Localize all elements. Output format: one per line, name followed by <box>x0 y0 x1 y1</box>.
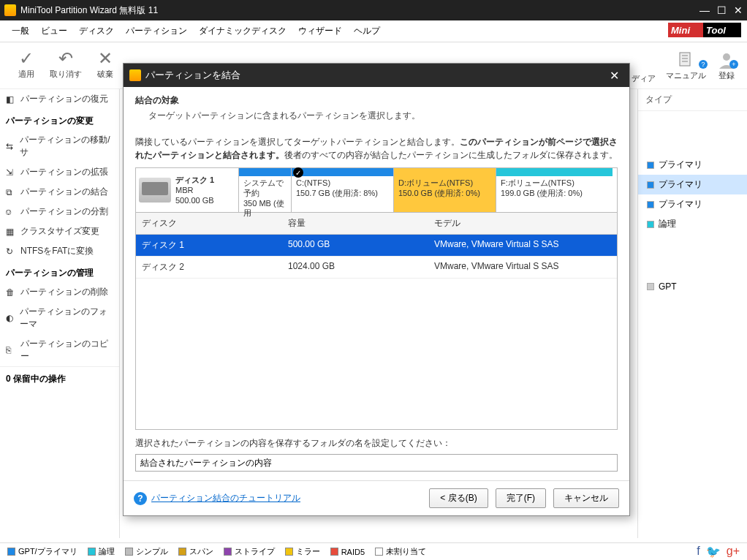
legend-item: GPT/プライマリ <box>7 546 77 557</box>
register-button[interactable]: + 登録 <box>716 50 737 84</box>
dialog-icon <box>129 69 141 81</box>
convert-icon: ↻ <box>6 246 16 257</box>
check-icon: ✓ <box>19 50 34 69</box>
app-title: MiniTool Partition Wizard 無料版 11 <box>20 4 699 17</box>
restore-icon: ◧ <box>6 94 16 105</box>
type-row[interactable]: プライマリ <box>638 175 747 194</box>
dialog-subheading: ターゲットパーティションに含まれるパーティションを選択します。 <box>148 110 618 122</box>
media-button[interactable]: ディア <box>632 50 656 84</box>
finish-button[interactable]: 完了(F) <box>496 488 546 508</box>
partition-cell[interactable]: F:ボリューム(NTFS)199.0 GB (使用済: 0%) <box>496 168 613 212</box>
copy-icon: ⎘ <box>6 345 16 355</box>
type-row[interactable]: プライマリ <box>638 155 747 175</box>
svg-point-8 <box>723 53 730 61</box>
trash-icon: 🗑 <box>6 287 16 298</box>
undo-icon: ↶ <box>58 50 73 69</box>
partition-strip: ディスク 1 MBR 500.00 GB システムで予約350 MB (使用✓C… <box>135 167 618 213</box>
partition-cell[interactable]: ✓C:(NTFS)150.7 GB (使用済: 8%) <box>291 168 393 212</box>
sidebar-item-format[interactable]: ◐パーティションのフォーマ <box>0 302 119 334</box>
swatch-icon <box>647 221 654 228</box>
legend-bar: GPT/プライマリ論理シンプルスパンストライプミラーRAID5未割り当て f 🐦… <box>0 542 747 560</box>
dialog-notice: 隣接しているパーティションを選択してターゲットパーティションと結合します。このパ… <box>135 135 618 162</box>
disk-info: ディスク 1 MBR 500.00 GB <box>136 168 238 212</box>
legend-item: シンプル <box>125 546 168 557</box>
svg-text:Mini: Mini <box>671 25 690 36</box>
cross-icon: ✕ <box>98 50 113 69</box>
add-badge-icon: + <box>729 60 738 69</box>
discard-button[interactable]: ✕破棄 <box>89 50 121 84</box>
close-button[interactable]: ✕ <box>734 4 743 16</box>
menu-general[interactable]: 一般 <box>6 22 35 40</box>
left-panel: ◧パーティションの復元 パーティションの変更 ⇆パーティションの移動/サ ⇲パー… <box>0 89 120 538</box>
menu-wizard[interactable]: ウィザード <box>292 22 348 40</box>
legend-item: ストライプ <box>224 546 275 557</box>
sidebar-item-move[interactable]: ⇆パーティションの移動/サ <box>0 130 119 162</box>
partition-cell[interactable]: D:ボリューム(NTFS)150.0 GB (使用済: 0%) <box>393 168 496 212</box>
col-capacity: 容量 <box>282 213 428 234</box>
menu-help[interactable]: ヘルプ <box>348 22 386 40</box>
dialog-title: パーティションを結合 <box>145 69 605 82</box>
type-row-gpt[interactable]: GPT <box>638 278 747 295</box>
undo-button[interactable]: ↶取り消す <box>50 50 82 84</box>
split-icon: ⎊ <box>6 207 16 217</box>
sidebar-item-delete[interactable]: 🗑パーティションの削除 <box>0 282 119 302</box>
back-button[interactable]: < 戻る(B) <box>429 488 488 508</box>
minimize-button[interactable]: — <box>699 4 710 16</box>
title-bar: MiniTool Partition Wizard 無料版 11 — ☐ ✕ <box>0 0 747 20</box>
menu-dynamic[interactable]: ダイナミックディスク <box>193 22 292 40</box>
legend-item: RAID5 <box>330 546 365 557</box>
type-row[interactable]: 論理 <box>638 214 747 234</box>
swatch-icon <box>647 181 654 189</box>
partition-cell[interactable]: システムで予約350 MB (使用 <box>238 168 291 212</box>
legend-item: スパン <box>178 546 213 557</box>
col-model: モデル <box>428 213 617 234</box>
table-row[interactable]: ディスク 21024.00 GBVMware, VMware Virtual S… <box>136 257 617 279</box>
sidebar-item-restore[interactable]: ◧パーティションの復元 <box>0 89 119 109</box>
sidebar-item-merge[interactable]: ⧉パーティションの結合 <box>0 182 119 202</box>
maximize-button[interactable]: ☐ <box>717 4 727 16</box>
sidebar-group-manage: パーティションの管理 <box>0 261 119 282</box>
legend-item: 未割り当て <box>375 546 426 557</box>
manual-button[interactable]: ? マニュアル <box>666 50 706 84</box>
twitter-icon[interactable]: 🐦 <box>706 545 721 559</box>
sidebar-item-cluster[interactable]: ▦クラスタサイズ変更 <box>0 222 119 241</box>
sidebar-item-copy[interactable]: ⎘パーティションのコピー <box>0 334 119 366</box>
facebook-icon[interactable]: f <box>697 545 699 559</box>
folder-label: 選択されたパーティションの内容を保存するフォルダの名を設定してください： <box>135 437 618 450</box>
sidebar-item-split[interactable]: ⎊パーティションの分割 <box>0 202 119 222</box>
minitool-logo: MiniTool <box>668 23 741 40</box>
merge-dialog: パーティションを結合 ✕ 結合の対象 ターゲットパーティションに含まれるパーティ… <box>123 63 630 516</box>
type-row[interactable]: プライマリ <box>638 194 747 214</box>
folder-name-input[interactable] <box>135 454 618 472</box>
menu-bar: 一般 ビュー ディスク パーティション ダイナミックディスク ウィザード ヘルプ… <box>0 20 747 42</box>
googleplus-icon[interactable]: g+ <box>727 545 740 559</box>
swatch-icon <box>647 201 654 208</box>
dialog-close-button[interactable]: ✕ <box>605 69 623 83</box>
check-icon: ✓ <box>293 167 303 178</box>
swatch-icon <box>647 162 654 169</box>
menu-view[interactable]: ビュー <box>35 22 73 40</box>
menu-disk[interactable]: ディスク <box>73 22 120 40</box>
extend-icon: ⇲ <box>6 167 16 178</box>
manual-icon <box>676 50 697 70</box>
app-icon <box>4 4 16 16</box>
disk-icon <box>139 178 171 203</box>
format-icon: ◐ <box>6 313 15 323</box>
cancel-button[interactable]: キャンセル <box>553 488 619 508</box>
menu-partition[interactable]: パーティション <box>120 22 193 40</box>
sidebar-item-convert[interactable]: ↻NTFSをFATに変換 <box>0 241 119 261</box>
svg-text:Tool: Tool <box>706 25 726 36</box>
pending-operations: 0 保留中の操作 <box>0 366 119 391</box>
sidebar-item-extend[interactable]: ⇲パーティションの拡張 <box>0 162 119 182</box>
right-panel: タイプ プライマリ プライマリ プライマリ 論理 GPT <box>637 89 747 538</box>
type-header: タイプ <box>638 89 747 111</box>
cluster-icon: ▦ <box>6 227 16 237</box>
help-icon: ? <box>134 492 147 505</box>
tutorial-link[interactable]: パーティション結合のチュートリアル <box>151 492 300 504</box>
dialog-heading: 結合の対象 <box>135 94 618 107</box>
help-badge-icon: ? <box>699 60 708 69</box>
table-row[interactable]: ディスク 1500.00 GBVMware, VMware Virtual S … <box>136 235 617 257</box>
apply-button[interactable]: ✓適用 <box>10 50 42 84</box>
move-icon: ⇆ <box>6 141 15 151</box>
disk-table: ディスク 容量 モデル ディスク 1500.00 GBVMware, VMwar… <box>135 213 618 430</box>
